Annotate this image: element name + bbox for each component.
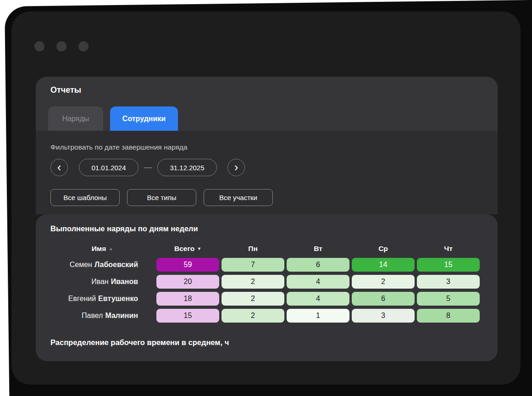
total-cell: 59 [156,258,219,272]
page-title: Отчеты [50,85,81,95]
total-cell: 18 [156,292,219,306]
window-dot-3 [78,41,89,51]
total-cell: 20 [156,275,219,289]
employee-name: ПавелМалинин [50,309,154,323]
report-panel: Выполненные наряды по дням недели Имя ▲ … [36,214,498,361]
tab-employees[interactable]: Сотрудники [110,106,178,131]
day-cell-tue: 1 [287,309,349,323]
column-header-tue: Вт [287,244,349,253]
tab-employees-label: Сотрудники [122,115,166,123]
column-header-name[interactable]: Имя ▲ [50,244,154,253]
employee-name: ЕвгенийЕвтушенко [50,292,154,306]
day-cell-mon: 7 [222,258,284,272]
day-cell-wed: 6 [352,292,415,306]
app-window: Отчеты Наряды Сотрудники Фильтровать по … [11,11,521,385]
table-row: ПавелМалинин 15 2 1 3 8 [50,309,480,323]
sites-filter-button[interactable]: Все участки [204,189,273,206]
column-header-mon: Пн [222,244,284,253]
report-title: Выполненные наряды по дням недели [50,224,483,233]
table-row: ЕвгенийЕвтушенко 18 2 4 6 5 [50,292,480,306]
day-cell-mon: 2 [222,275,284,289]
day-cell-thu: 8 [417,309,480,323]
date-from-input[interactable]: 01.01.2024 [79,159,139,176]
day-cell-tue: 4 [287,275,349,289]
day-cell-thu: 15 [417,258,480,272]
chevron-right-icon: › [234,161,238,174]
orders-by-weekday-table: Имя ▲ Всего ▼ Пн Вт Ср Чт СеменЛа [50,244,480,323]
templates-filter-button[interactable]: Все шаблоны [50,189,120,206]
prev-period-button[interactable]: ‹ [50,159,68,176]
tab-orders[interactable]: Наряды [48,106,103,131]
window-dot-2 [56,41,66,51]
day-cell-mon: 2 [222,292,284,306]
date-range-dash: — [144,163,152,172]
day-cell-wed: 2 [352,275,415,289]
day-cell-wed: 14 [352,258,415,272]
day-cell-tue: 4 [287,292,349,306]
day-cell-mon: 2 [222,309,284,323]
employee-name: СеменЛабоевский [50,258,154,272]
date-to-input[interactable]: 31.12.2025 [157,159,217,176]
table-row: ИванИванов 20 2 4 2 3 [50,275,480,289]
reports-header: Отчеты Наряды Сотрудники [36,77,498,131]
window-controls [34,41,100,51]
tab-bar: Наряды Сотрудники [48,106,178,131]
window-dot-1 [34,41,44,51]
day-cell-wed: 3 [352,309,415,323]
reports-app: Отчеты Наряды Сотрудники Фильтровать по … [36,77,498,361]
date-range-controls: ‹ 01.01.2024 — 31.12.2025 › [50,159,483,176]
table-body: СеменЛабоевский 59 7 6 14 15 ИванИванов … [50,258,480,323]
next-period-button[interactable]: › [227,159,245,176]
employee-name: ИванИванов [50,275,154,289]
day-cell-thu: 5 [417,292,480,306]
column-header-thu: Чт [417,244,480,253]
tab-orders-label: Наряды [62,115,89,123]
next-report-title: Распределение рабочего времени в среднем… [50,338,483,347]
column-header-wed: Ср [352,244,415,253]
column-header-total[interactable]: Всего ▼ [156,244,219,253]
filter-section: Фильтровать по дате завершения наряда ‹ … [36,131,498,214]
total-cell: 15 [156,309,219,323]
types-filter-button[interactable]: Все типы [127,189,196,206]
day-cell-thu: 3 [417,275,480,289]
sort-desc-icon: ▼ [197,246,201,251]
table-row: СеменЛабоевский 59 7 6 14 15 [50,258,480,272]
filter-buttons: Все шаблоны Все типы Все участки [50,189,483,206]
day-cell-tue: 6 [287,258,349,272]
chevron-left-icon: ‹ [57,161,61,174]
sort-asc-icon: ▲ [109,246,113,251]
date-filter-label: Фильтровать по дате завершения наряда [50,143,483,151]
table-header-row: Имя ▲ Всего ▼ Пн Вт Ср Чт [50,244,480,253]
